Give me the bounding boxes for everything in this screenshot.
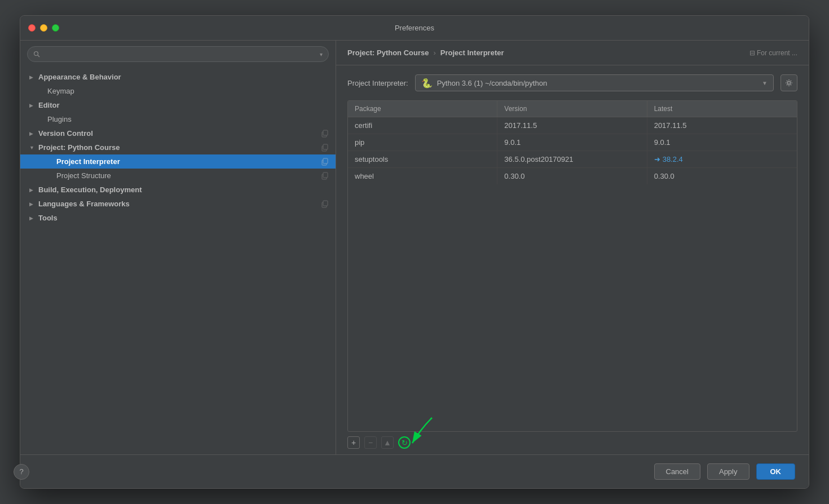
right-panel: Project: Python Course › Project Interpr…: [336, 41, 809, 454]
col-header-version: Version: [497, 101, 647, 117]
interpreter-row: Project Interpreter: 🐍 Python 3.6 (1) ~/…: [336, 65, 809, 100]
svg-rect-5: [323, 144, 328, 149]
sidebar-item-build[interactable]: ▶ Build, Execution, Deployment: [20, 183, 336, 197]
sidebar-item-editor[interactable]: ▶ Editor: [20, 98, 336, 112]
package-name: setuptools: [348, 151, 497, 167]
for-current-label[interactable]: ⊟ For current ...: [749, 49, 797, 57]
table-body: certifi 2017.11.5 2017.11.5 pip 9.0.1 9.…: [348, 117, 797, 431]
close-button[interactable]: [28, 24, 36, 32]
sidebar-item-plugins[interactable]: Plugins: [20, 112, 336, 126]
breadcrumb-bar: Project: Python Course › Project Interpr…: [336, 41, 809, 65]
gear-button[interactable]: [781, 74, 797, 91]
sidebar-item-languages[interactable]: ▶ Languages & Frameworks: [20, 197, 336, 211]
svg-line-1: [38, 55, 39, 57]
copy-icon: [321, 158, 329, 166]
package-name: pip: [348, 134, 497, 151]
table-row[interactable]: certifi 2017.11.5 2017.11.5: [348, 117, 797, 134]
package-latest: 9.0.1: [647, 134, 797, 151]
package-name: wheel: [348, 168, 497, 184]
add-icon: +: [351, 439, 356, 446]
expand-arrow: ▶: [29, 201, 35, 207]
packages-section: Package Version Latest certifi 2017.11.5…: [336, 100, 809, 454]
expand-arrow: ▶: [29, 131, 35, 136]
package-latest: 0.30.0: [647, 168, 797, 184]
apply-button[interactable]: Apply: [707, 463, 749, 480]
copy-icon: [321, 172, 329, 180]
bottom-bar: ? Cancel Apply OK: [20, 454, 809, 488]
packages-table: Package Version Latest certifi 2017.11.5…: [347, 100, 797, 432]
breadcrumb-project: Project: Python Course: [347, 48, 429, 57]
col-header-latest: Latest: [647, 101, 797, 117]
sidebar-item-label: Project Interpreter: [56, 157, 318, 166]
sidebar-item-label: Languages & Frameworks: [38, 200, 318, 208]
search-icon: [33, 51, 40, 58]
add-package-button[interactable]: +: [347, 436, 360, 449]
sidebar-item-label: Editor: [38, 101, 329, 109]
upgrade-package-button[interactable]: ▲: [381, 436, 394, 449]
sidebar-item-label: Tools: [38, 214, 329, 222]
package-version: 36.5.0.post20170921: [497, 151, 647, 167]
package-latest-upgrade: ➜38.2.4: [647, 151, 797, 167]
copy-icon: [321, 200, 329, 208]
copy-icon: [321, 144, 329, 152]
sidebar-item-keymap[interactable]: Keymap: [20, 84, 336, 98]
main-content: ▾ ▶ Appearance & Behavior Keymap ▶ Edito…: [20, 41, 809, 454]
table-row[interactable]: wheel 0.30.0 0.30.0: [348, 168, 797, 184]
svg-point-0: [34, 52, 38, 56]
expand-arrow: ▼: [29, 145, 35, 151]
sidebar-item-project-interpreter[interactable]: Project Interpreter: [20, 154, 336, 169]
refresh-icon: ↻: [402, 439, 408, 447]
help-icon: ?: [20, 467, 24, 476]
svg-rect-3: [323, 130, 328, 135]
package-version: 2017.11.5: [497, 117, 647, 134]
table-header: Package Version Latest: [348, 101, 797, 117]
dropdown-arrow-icon: ▼: [762, 80, 768, 86]
interpreter-select[interactable]: 🐍 Python 3.6 (1) ~/conda/bin/python ▼: [415, 74, 774, 91]
upgrade-arrow-icon: ➜: [654, 155, 660, 163]
breadcrumb-separator: ›: [433, 48, 435, 57]
ok-button[interactable]: OK: [756, 463, 796, 480]
search-dropdown-arrow[interactable]: ▾: [320, 51, 323, 58]
interpreter-label: Project Interpreter:: [347, 79, 408, 87]
sidebar-item-label: Build, Execution, Deployment: [38, 185, 329, 194]
sidebar-item-version-control[interactable]: ▶ Version Control: [20, 126, 336, 140]
search-bar[interactable]: ▾: [27, 46, 329, 62]
package-version: 0.30.0: [497, 168, 647, 184]
sidebar: ▾ ▶ Appearance & Behavior Keymap ▶ Edito…: [20, 41, 336, 454]
col-header-package: Package: [348, 101, 497, 117]
table-row[interactable]: pip 9.0.1 9.0.1: [348, 134, 797, 151]
maximize-button[interactable]: [52, 24, 59, 32]
sidebar-item-project-structure[interactable]: Project Structure: [20, 169, 336, 183]
remove-package-button[interactable]: −: [364, 436, 377, 449]
table-row[interactable]: setuptools 36.5.0.post20170921 ➜38.2.4: [348, 151, 797, 168]
sidebar-item-label: Version Control: [38, 129, 318, 138]
cancel-button[interactable]: Cancel: [654, 463, 700, 480]
upgrade-icon: ▲: [383, 439, 391, 446]
sidebar-item-tools[interactable]: ▶ Tools: [20, 211, 336, 225]
title-bar: Preferences: [20, 16, 809, 41]
preferences-dialog: Preferences ▾ ▶ Appearance & Behavior: [20, 15, 809, 489]
dialog-title: Preferences: [395, 24, 434, 32]
sidebar-item-appearance[interactable]: ▶ Appearance & Behavior: [20, 70, 336, 84]
help-button[interactable]: ?: [20, 464, 29, 480]
sidebar-item-label: Appearance & Behavior: [38, 73, 329, 81]
expand-arrow: ▶: [29, 74, 35, 80]
sidebar-item-project[interactable]: ▼ Project: Python Course: [20, 140, 336, 154]
refresh-button[interactable]: ↻: [398, 436, 411, 449]
minus-icon: −: [368, 439, 373, 446]
expand-arrow: ▶: [29, 187, 35, 193]
python-icon: 🐍: [421, 78, 433, 89]
breadcrumb-current: Project Interpreter: [440, 48, 504, 57]
expand-arrow: ▶: [29, 215, 35, 221]
package-version: 9.0.1: [497, 134, 647, 151]
nav-tree: ▶ Appearance & Behavior Keymap ▶ Editor …: [20, 68, 336, 227]
svg-rect-7: [323, 158, 328, 163]
package-latest: 2017.11.5: [647, 117, 797, 134]
copy-icon: [321, 130, 329, 138]
search-input[interactable]: [43, 50, 316, 58]
interpreter-name: Python 3.6 (1) ~/conda/bin/python: [437, 79, 757, 87]
minimize-button[interactable]: [40, 24, 47, 32]
sidebar-item-label: Project Structure: [56, 171, 318, 180]
sidebar-item-label: Project: Python Course: [38, 143, 318, 152]
svg-rect-9: [323, 173, 328, 178]
